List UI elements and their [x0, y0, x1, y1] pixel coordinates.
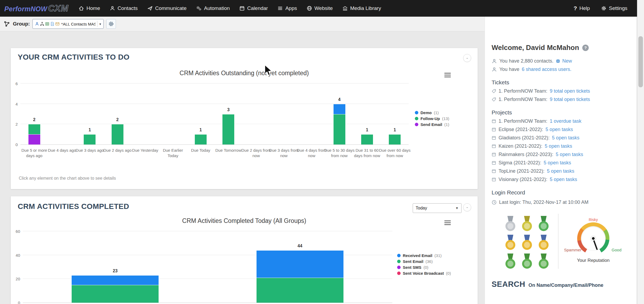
y-axis-label: 6 [16, 81, 18, 86]
item-name: Kaizen (2021-2022): [499, 143, 542, 149]
project-row: Rainmakers (2022-2023):5 open tasks [492, 152, 631, 157]
legend-item-received-email[interactable]: Received Email(31) [397, 253, 451, 258]
chart-gridline [20, 124, 409, 124]
item-link[interactable]: 9 total open tickets [550, 88, 590, 94]
bar-segment-follow-up[interactable] [195, 134, 207, 144]
brand-suffix-text: CXM [48, 3, 68, 13]
completed-chart-plot: 02040602344 [23, 231, 392, 303]
vertical-divider [558, 214, 558, 269]
completed-card-heading: CRM ACTIVITIES COMPLETED [18, 202, 129, 211]
completed-range-select[interactable]: Today ▼ [413, 203, 462, 213]
contacts-icon [110, 6, 115, 11]
scrollbar-thumb[interactable] [638, 36, 643, 87]
bar-segment-demo[interactable] [333, 104, 346, 114]
bar-segment-received-email[interactable] [256, 250, 344, 278]
nav-item-automation[interactable]: Automation [196, 5, 230, 11]
bar-segment-follow-up[interactable] [83, 134, 96, 144]
item-link[interactable]: 5 open tasks [546, 127, 573, 132]
item-link[interactable]: 5 open tasks [544, 160, 571, 166]
item-name: TopLine (2021-2022): [499, 168, 544, 174]
group-label: Group: [13, 21, 30, 27]
legend-label: Demo [420, 110, 432, 115]
legend-item-demo[interactable]: Demo(1) [415, 110, 449, 115]
clock-icon [492, 200, 497, 205]
new-contact-link[interactable]: New [562, 58, 572, 64]
item-link[interactable]: 5 open tasks [545, 143, 572, 149]
nav-item-calendar[interactable]: Calendar [239, 5, 268, 11]
bar-stack [111, 124, 124, 144]
item-link[interactable]: 5 open tasks [547, 168, 574, 174]
group-type-mail-icon [55, 22, 60, 26]
legend-count: (1) [434, 110, 439, 115]
last-login-row: Last login: Thu, 2022-Nov-17 at 10:00 AM [492, 200, 631, 205]
group-settings-button[interactable] [106, 19, 116, 29]
item-link[interactable]: 9 total open tickets [550, 97, 590, 102]
x-axis-label: Due 2 days from now [240, 148, 272, 158]
item-link[interactable]: 5 open tasks [556, 152, 583, 157]
bar-segment-follow-up[interactable] [28, 124, 41, 134]
legend-count: (13) [442, 116, 449, 121]
nav-item-label: Automation [204, 5, 230, 11]
chart-context-menu-icon[interactable] [444, 220, 451, 225]
chevron-down-icon: ▼ [455, 206, 459, 210]
nav-items: HomeContactsCommunicateAutomationCalenda… [79, 5, 381, 11]
contacts-summary-row: You have 2,880 contacts. New [492, 58, 631, 64]
x-axis-label: Due 3 days from now [268, 148, 300, 158]
legend-item-follow-up[interactable]: Follow-Up(13) [415, 116, 449, 121]
item-link[interactable]: 5 open tasks [550, 177, 577, 182]
x-axis-label: Due 31 to 60 days from now [351, 148, 383, 158]
bar-stack [28, 124, 41, 144]
bar-segment-sent-email[interactable] [71, 285, 159, 303]
item-name: Visionary (2021-2022): [499, 177, 547, 182]
bar-segment-sent-email[interactable] [256, 278, 344, 303]
chart-context-menu-icon[interactable] [444, 73, 451, 77]
project-row: Visionary (2021-2022):5 open tasks [492, 177, 631, 182]
legend-count: (0) [423, 265, 428, 270]
shared-access-link[interactable]: 6 shared access users. [522, 67, 571, 72]
completed-collapse-button[interactable]: - [463, 203, 471, 211]
gauge-dial [577, 222, 609, 255]
gauge-caption: Your Reputation [564, 258, 623, 263]
project-row: Gladiators (2021-2022):5 open tasks [492, 135, 631, 141]
bar-segment-send-email[interactable] [28, 134, 41, 144]
bar-segment-follow-up[interactable] [333, 114, 346, 145]
legend-item-sent-voice-broadcast[interactable]: Sent Voice Broadcast(0) [397, 271, 451, 276]
nav-help[interactable]: ? Help [573, 5, 590, 12]
nav-item-apps[interactable]: Apps [277, 5, 297, 11]
legend-item-sent-sms[interactable]: Sent SMS(0) [397, 265, 451, 270]
ticket-row: 1. PerformNOW Team:9 total open tickets [492, 97, 631, 102]
bar-stack [389, 134, 401, 144]
brand-logo[interactable]: PerformNOW CXM [4, 3, 68, 13]
login-record-heading: Login Record [492, 189, 631, 196]
project-icon [492, 169, 496, 173]
project-row: 1. PerformNOW Team:1 overdue task [492, 118, 631, 124]
project-row: TopLine (2021-2022):5 open tasks [492, 168, 631, 174]
group-select[interactable]: *ALL Contacts MAS ▾ [32, 19, 104, 29]
legend-label: Follow-Up [420, 116, 440, 121]
item-link[interactable]: 1 overdue task [550, 118, 581, 124]
todo-chart-plot: 02462Due 5 or more days agoDue 4 days ag… [20, 84, 409, 145]
nav-item-home[interactable]: Home [79, 5, 100, 11]
item-link[interactable]: 5 open tasks [552, 135, 579, 141]
bar-segment-follow-up[interactable] [111, 124, 124, 144]
nav-item-media-library[interactable]: Media Library [342, 5, 381, 11]
nav-item-communicate[interactable]: Communicate [147, 5, 186, 11]
chart-gridline [23, 231, 392, 231]
project-row: Kaizen (2021-2022):5 open tasks [492, 143, 631, 149]
project-icon [492, 136, 496, 140]
bar-segment-follow-up[interactable] [222, 114, 235, 145]
nav-item-website[interactable]: Website [307, 5, 333, 11]
group-bar: Group: *ALL Contacts MAS ▾ [0, 17, 485, 31]
legend-item-sent-email[interactable]: Sent Email(36) [397, 259, 451, 264]
y-axis-label: 2 [16, 122, 18, 126]
legend-item-send-email[interactable]: Send Email(1) [415, 122, 449, 127]
bar-segment-follow-up[interactable] [361, 134, 373, 144]
todo-collapse-button[interactable]: - [463, 54, 471, 62]
page-scrollbar [637, 0, 644, 304]
bar-segment-received-email[interactable] [71, 275, 159, 285]
welcome-help-icon[interactable]: ? [582, 45, 589, 51]
nav-item-contacts[interactable]: Contacts [110, 5, 138, 11]
bar-segment-follow-up[interactable] [389, 134, 401, 144]
group-network-icon [3, 20, 10, 27]
nav-settings[interactable]: Settings [601, 5, 627, 11]
